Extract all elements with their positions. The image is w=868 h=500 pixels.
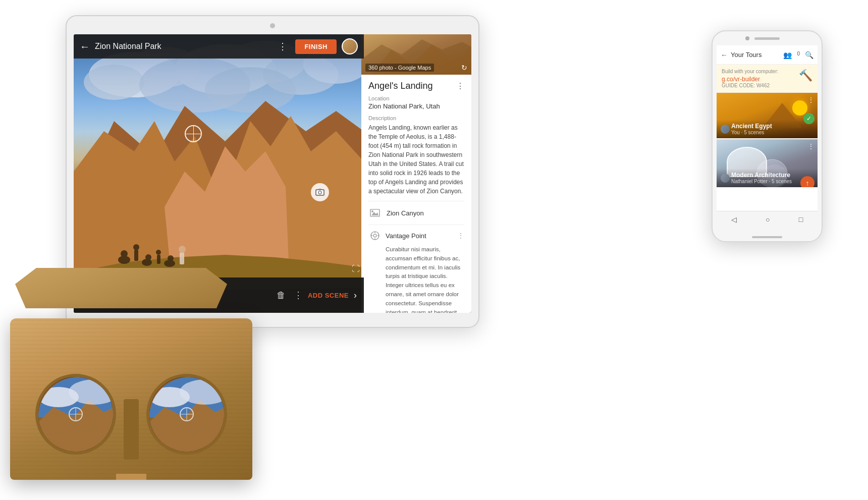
svg-point-17 xyxy=(121,250,128,257)
landscape-icon xyxy=(368,206,382,219)
svg-rect-22 xyxy=(157,255,160,264)
bottom-action-icons: 🗑 ⋮ xyxy=(277,290,303,301)
phone-title: Your Tours xyxy=(731,51,783,59)
bottom-tab xyxy=(116,474,146,480)
svg-marker-35 xyxy=(371,212,378,215)
banner-link[interactable]: g.co/vr-builder xyxy=(722,76,778,83)
svg-point-21 xyxy=(145,254,151,260)
toolbar-title: Zion National Park xyxy=(95,42,278,51)
panel-more-button[interactable]: ⋮ xyxy=(456,81,464,91)
right-lens-crosshair xyxy=(180,407,194,421)
nav-back-icon[interactable]: ◁ xyxy=(731,215,737,224)
banner-row: Build with your computer: g.co/vr-builde… xyxy=(722,69,812,83)
guide-code: GUIDE CODE: W462 xyxy=(722,83,812,88)
more-options-icon[interactable]: ⋮ xyxy=(294,290,303,301)
map-label: 360 photo - Google Maps xyxy=(365,64,434,72)
photo-marker[interactable] xyxy=(311,183,329,201)
egypt-card-avatar xyxy=(721,125,730,134)
cardboard-body xyxy=(10,318,252,480)
nav-recents-icon[interactable]: □ xyxy=(799,215,803,224)
sight-1-name: Zion Canyon xyxy=(387,209,464,217)
svg-rect-18 xyxy=(134,250,138,261)
vantage-section: Vantage Point ⋮ Curabitur nisi mauris, a… xyxy=(361,225,471,313)
tablet-camera xyxy=(270,23,275,28)
svg-point-25 xyxy=(168,255,174,261)
phone-screen: ← Your Tours 👥 0 🔍 Build with your compu… xyxy=(717,45,818,227)
svg-rect-26 xyxy=(180,252,184,264)
vantage-header: Vantage Point ⋮ xyxy=(368,229,464,242)
egypt-card-more[interactable]: ⋮ xyxy=(807,96,815,104)
description-label: Description xyxy=(361,114,471,122)
hammer-icon: 🔨 xyxy=(799,69,812,82)
arch-card-avatar xyxy=(721,174,730,183)
arch-card-info: Modern Architecture Nathaniel Potter · 5… xyxy=(731,172,792,184)
left-lens xyxy=(35,374,116,455)
egypt-card-overlay: Ancient Egypt You · 5 scenes xyxy=(717,120,818,138)
svg-point-38 xyxy=(373,234,376,237)
people-count: 0 xyxy=(797,51,800,59)
search-icon[interactable]: 🔍 xyxy=(805,51,813,59)
arch-card-more[interactable]: ⋮ xyxy=(807,142,815,150)
location-label: Location xyxy=(361,93,471,102)
phone-speaker xyxy=(754,37,780,40)
left-lens-inner xyxy=(38,377,113,452)
finish-button[interactable]: FINISH xyxy=(295,39,337,54)
vantage-description: Curabitur nisi mauris, accumsan efficitu… xyxy=(368,245,464,313)
tablet-toolbar: ← Zion National Park ⋮ FINISH xyxy=(74,34,364,59)
phone-back-button[interactable]: ← xyxy=(721,51,728,59)
description-text: Angels Landing, known earlier as the Tem… xyxy=(361,122,471,201)
build-banner: Build with your computer: g.co/vr-builde… xyxy=(717,65,818,93)
right-panel: 360 photo - Google Maps ↻ Angel's Landin… xyxy=(361,34,471,313)
phone-action-icons: 👥 0 🔍 xyxy=(783,51,813,59)
banner-text-group: Build with your computer: g.co/vr-builde… xyxy=(722,69,778,83)
egypt-card-info: Ancient Egypt You · 5 scenes xyxy=(731,123,772,135)
delete-icon[interactable]: 🗑 xyxy=(277,290,286,301)
svg-point-36 xyxy=(371,210,373,212)
location-value: Zion National Park, Utah xyxy=(361,102,471,114)
arch-title: Modern Architecture xyxy=(731,172,792,179)
phone-home-bar xyxy=(752,236,782,238)
right-lens xyxy=(146,374,227,455)
right-lens-inner xyxy=(149,377,224,452)
phone-nav-bar: ◁ ○ □ xyxy=(717,211,818,227)
fullscreen-button[interactable]: ⛶ xyxy=(352,264,360,273)
svg-rect-30 xyxy=(318,189,321,190)
sight-row-1: Zion Canyon xyxy=(361,201,471,225)
phone-toolbar: ← Your Tours 👥 0 🔍 xyxy=(717,45,818,65)
user-avatar[interactable] xyxy=(342,38,358,54)
svg-point-27 xyxy=(179,246,186,253)
svg-rect-28 xyxy=(316,190,324,195)
svg-point-23 xyxy=(156,250,161,255)
egypt-check-icon: ✓ xyxy=(803,113,815,124)
people-icon: 👥 xyxy=(783,51,792,59)
panel-title: Angel's Landing ⋮ xyxy=(361,75,471,93)
svg-point-19 xyxy=(133,244,139,250)
upload-icon[interactable]: ↑ xyxy=(800,176,815,187)
add-scene-button[interactable]: ADD SCENE xyxy=(308,292,349,299)
architecture-tour-card[interactable]: ⋮ Modern Architecture Nathaniel Potter ·… xyxy=(717,139,818,187)
phone-front-camera xyxy=(745,36,749,40)
egypt-title: Ancient Egypt xyxy=(731,123,772,130)
360-icon: ↻ xyxy=(461,64,467,72)
back-button[interactable]: ← xyxy=(80,41,90,52)
vantage-more-button[interactable]: ⋮ xyxy=(457,232,464,240)
cardboard-device xyxy=(0,288,262,480)
vantage-title: Vantage Point xyxy=(386,232,457,240)
phone-device: ← Your Tours 👥 0 🔍 Build with your compu… xyxy=(712,30,823,242)
nose-bridge xyxy=(124,399,139,460)
arch-meta: Nathaniel Potter · 5 scenes xyxy=(731,179,792,184)
egypt-meta: You · 5 scenes xyxy=(731,130,772,135)
map-thumbnail: 360 photo - Google Maps ↻ xyxy=(361,34,471,75)
egypt-tour-card[interactable]: ⋮ Ancient Egypt You · 5 scenes ✓ xyxy=(717,93,818,138)
nav-home-icon[interactable]: ○ xyxy=(766,215,770,224)
crosshair-marker-1[interactable] xyxy=(185,125,202,142)
cardboard-flap xyxy=(15,268,227,308)
banner-text: Build with your computer: xyxy=(722,69,778,74)
vantage-icon xyxy=(368,229,382,242)
more-menu-button[interactable]: ⋮ xyxy=(278,41,287,52)
main-scene: ← Zion National Park ⋮ FINISH xyxy=(0,0,868,500)
next-scene-button[interactable]: › xyxy=(354,290,357,301)
left-lens-crosshair xyxy=(69,407,83,421)
